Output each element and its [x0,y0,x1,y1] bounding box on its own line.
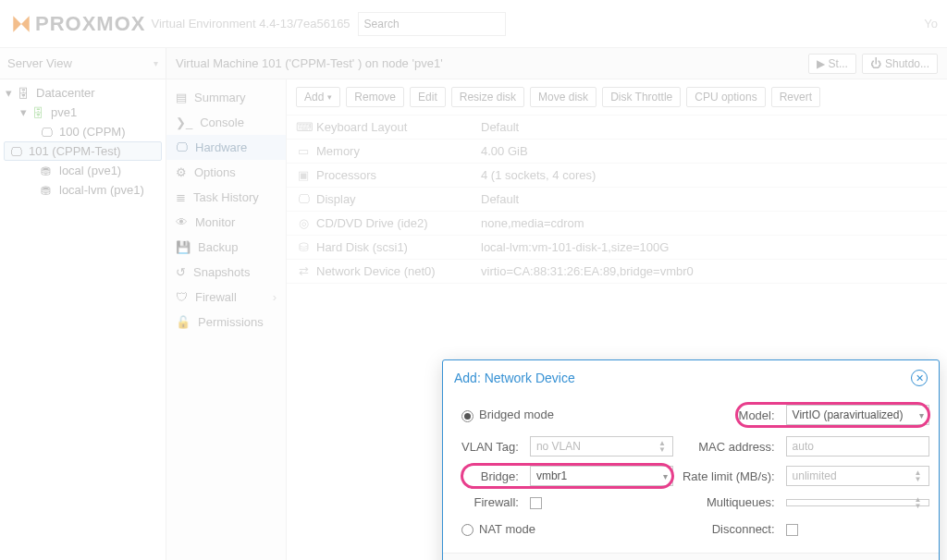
modal-add-network-device: Add: Network Device ✕ Bridged mode Model… [442,359,940,560]
subnav-firewall[interactable]: 🛡Firewall› [166,285,286,310]
serverview-label: Server View [7,56,72,70]
vlan-label: VLAN Tag: [458,432,524,460]
tree-storage-locallvm[interactable]: ⛃local-lvm (pve1) [0,180,166,200]
subnav-hardware[interactable]: 🖵Hardware [166,135,286,160]
hw-key: Network Device (net0) [316,264,436,278]
spinner-icon: ▲▼ [915,501,926,505]
subnav-backup[interactable]: 💾Backup [166,235,286,260]
chevron-down-icon: ▾ [154,58,158,68]
start-button[interactable]: ▶St... [808,54,856,74]
bridged-mode-label: Bridged mode [479,408,554,421]
subnav-taskhistory[interactable]: ≣Task History [166,185,286,210]
model-label: Model: [679,401,781,431]
subnav-console[interactable]: ❯_Console [166,110,286,135]
hw-row-icon: ⌨ [296,120,311,134]
tree-vm-100[interactable]: 🖵100 (CPPM) [0,122,166,141]
hw-key: Memory [316,144,360,158]
table-row[interactable]: 🖵DisplayDefault [287,188,947,212]
move-button[interactable]: Move disk [530,87,596,107]
table-row[interactable]: ⛁Hard Disk (scsi1)local-lvm:vm-101-disk-… [287,236,947,260]
tree-node-pve1[interactable]: ▾🗄pve1 [0,103,166,122]
remove-button[interactable]: Remove [346,87,404,107]
rate-input[interactable]: unlimited▲▼ [786,466,929,486]
hw-row-icon: ⛁ [296,240,311,254]
minus-icon: ▾ [20,105,27,119]
table-row[interactable]: ⇄Network Device (net0)virtio=CA:88:31:26… [287,260,947,284]
terminal-icon: ❯_ [176,116,192,129]
storage-icon: ⛃ [41,164,54,177]
toolbar: Add ▾ Remove Edit Resize disk Move disk … [287,79,947,116]
gear-icon: ⚙ [176,165,187,179]
tree-datacenter[interactable]: ▾🗄Datacenter [0,83,166,103]
tree-storage-local[interactable]: ⛃local (pve1) [0,161,166,180]
chevron-down-icon: ▾ [327,92,332,102]
tree: ▾🗄Datacenter ▾🗄pve1 🖵100 (CPPM) 🖵101 (CP… [0,79,166,560]
logo: PROXMOX Virtual Environment 4.4-13/7ea56… [9,12,351,36]
disconnect-checkbox[interactable] [786,524,798,536]
monitor-icon: 🖵 [41,126,54,139]
chevron-right-icon: › [273,290,277,304]
search-input[interactable] [358,12,506,36]
table-row[interactable]: ▣Processors4 (1 sockets, 4 cores) [287,164,947,188]
edit-button[interactable]: Edit [410,87,446,107]
row2: Server View ▾ Virtual Machine 101 ('CPPM… [0,48,947,79]
hw-value: Default [472,188,947,212]
server-icon: 🗄 [18,87,31,100]
spinner-icon: ▲▼ [658,438,670,455]
proxmox-logo-icon [9,12,33,36]
table-row[interactable]: ◎CD/DVD Drive (ide2)none,media=cdrom [287,212,947,236]
bridge-combobox[interactable]: vmbr1▾ [530,466,673,486]
subnav-permissions[interactable]: 🔓Permissions [166,310,286,335]
add-button[interactable]: Add ▾ [296,87,340,107]
breadcrumb: Virtual Machine 101 ('CPPM-Test' ) on no… [176,56,443,70]
nat-mode-label: NAT mode [479,522,535,536]
multiqueues-label: Multiqueues: [679,492,781,513]
save-icon: 💾 [176,240,191,254]
chevron-down-icon: ▾ [663,471,668,481]
shutdown-button[interactable]: ⏻Shutdo... [862,54,938,74]
hw-value: Default [472,116,947,140]
multiqueues-input[interactable]: ▲▼ [786,499,929,506]
product-name: PROXMOX [35,12,145,36]
tree-vm-101[interactable]: 🖵101 (CPPM-Test) [4,141,162,161]
subnav: ▤Summary ❯_Console 🖵Hardware ⚙Options ≣T… [166,79,287,560]
play-icon: ▶ [817,57,825,70]
storage-icon: ⛃ [41,184,54,197]
lock-icon: 🔓 [176,315,191,329]
monitor-icon: 🖵 [10,145,23,158]
hardware-table: ⌨Keyboard LayoutDefault▭Memory4.00 GiB▣P… [287,116,947,284]
serverview-combobox[interactable]: Server View ▾ [0,48,166,79]
bridge-label: Bridge: [458,462,524,490]
model-combobox[interactable]: VirtIO (paravirtualized)▾ [786,405,929,425]
version-string: Virtual Environment 4.4-13/7ea56165 [151,17,350,30]
hw-key: CD/DVD Drive (ide2) [316,216,428,230]
history-icon: ↺ [176,265,186,279]
mac-input[interactable]: auto [786,436,929,457]
bridged-mode-radio[interactable] [461,410,474,422]
hw-key: Display [316,192,356,206]
modal-footer: ? Help Add [443,553,939,560]
spinner-icon: ▲▼ [915,468,926,484]
modal-title: Add: Network Device [454,371,575,385]
hw-row-icon: 🖵 [296,192,311,206]
hw-value: local-lvm:vm-101-disk-1,size=100G [472,236,947,260]
nat-mode-radio[interactable] [461,524,474,536]
subnav-summary[interactable]: ▤Summary [166,85,286,110]
throttle-button[interactable]: Disk Throttle [602,87,681,107]
subnav-snapshots[interactable]: ↺Snapshots [166,260,286,285]
resize-button[interactable]: Resize disk [451,87,524,107]
table-row[interactable]: ⌨Keyboard LayoutDefault [287,116,947,140]
vlan-input[interactable]: no VLAN▲▼ [530,436,673,457]
close-icon[interactable]: ✕ [911,370,928,386]
hw-key: Processors [316,168,376,182]
user-hint: Yo [924,17,938,30]
subnav-options[interactable]: ⚙Options [166,160,286,185]
subnav-monitor[interactable]: 👁Monitor [166,210,286,235]
disconnect-label: Disconnect: [679,515,781,542]
cpu-button[interactable]: CPU options [686,87,765,107]
revert-button[interactable]: Revert [771,87,820,107]
firewall-checkbox[interactable] [530,497,542,509]
hw-row-icon: ◎ [296,216,311,230]
eye-icon: 👁 [176,215,188,229]
table-row[interactable]: ▭Memory4.00 GiB [287,140,947,164]
